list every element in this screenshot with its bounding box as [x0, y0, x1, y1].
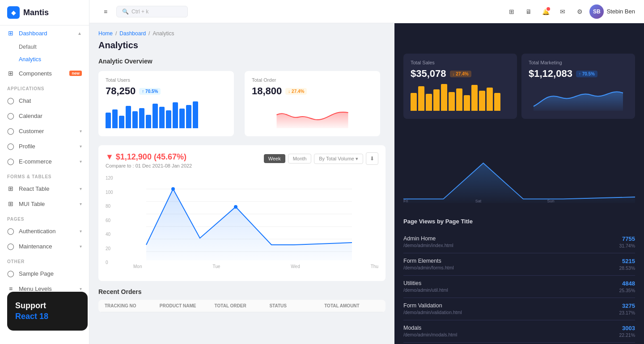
bar [179, 109, 185, 128]
sidebar-sub-analytics[interactable]: Analytics [0, 53, 89, 66]
metric-value-marketing: $1,12,083 [529, 68, 572, 80]
content-left: Home / Dashboard / Analytics Analytics A… [89, 23, 394, 344]
content-area: Home / Dashboard / Analytics Analytics A… [89, 23, 644, 344]
order-area-chart [252, 101, 373, 128]
metric-label-order: Total Order [252, 77, 373, 83]
chevron-down-icon: ▾ [80, 244, 82, 249]
breadcrumb-home[interactable]: Home [98, 30, 113, 37]
topbar-right: ⊞ 🖥 🔔 ✉ ⚙ SB Stebin Ben [504, 4, 635, 19]
sidebar-item-mui-table[interactable]: ⊞ MUI Table ▾ [0, 196, 89, 211]
bar [494, 93, 500, 111]
bar [418, 86, 424, 111]
chevron-down-icon: ▾ [80, 144, 82, 149]
chart-y-labels: 120 100 80 60 40 20 0 [106, 176, 119, 265]
monitor-button[interactable]: 🖥 [521, 4, 536, 19]
maintenance-icon: ◯ [7, 243, 14, 250]
content-right: Total Sales $35,078 ↓ 27.4% [394, 23, 644, 344]
sidebar-item-ecommerce[interactable]: ◯ E-commerce ▾ [0, 154, 89, 169]
sample-icon: ◯ [7, 270, 14, 277]
page-views-list: Admin Home /demo/admin/index.html 7755 3… [403, 231, 635, 343]
settings-button[interactable]: ⚙ [572, 4, 587, 19]
metric-card-total-order: Total Order 18,800 ↓ 27.4% [245, 71, 380, 136]
bar [126, 106, 131, 128]
income-chart-container: 120 100 80 60 40 20 0 [106, 176, 378, 274]
profile-icon: ◯ [7, 143, 14, 150]
list-item: Admin Home /demo/admin/index.html 7755 3… [403, 231, 635, 253]
bar [487, 88, 493, 111]
react-table-icon: ⊞ [7, 185, 14, 192]
bar [441, 84, 447, 111]
chevron-up-icon: ▲ [77, 31, 82, 36]
page-title: Analytics [98, 40, 386, 50]
logo-icon: ◆ [7, 6, 20, 19]
bar [173, 102, 178, 128]
month-button[interactable]: Month [288, 154, 312, 164]
metric-card-total-marketing: Total Marketing $1,12,083 ↑ 70.5% [521, 54, 635, 119]
col-product: PRODUCT NAME [160, 303, 215, 308]
metric-card-total-users: Total Users 78,250 ↑ 70.5% [98, 71, 234, 136]
sidebar-item-react-table[interactable]: ⊞ React Table ▾ [0, 181, 89, 196]
orders-table-header: TRACKING NO PRODUCT NAME TOTAL ORDER STA… [98, 300, 386, 312]
bar [153, 104, 158, 128]
dark-income-chart-section: Fri Sat Sun [403, 127, 635, 209]
notification-button[interactable]: 🔔 [538, 4, 553, 19]
sidebar-item-components[interactable]: ⊞ Components new [0, 66, 89, 81]
sidebar-item-customer[interactable]: ◯ Customer ▾ [0, 123, 89, 138]
username: Stebin Ben [606, 8, 635, 15]
metric-value-users: 78,250 [106, 85, 136, 97]
bar [146, 115, 151, 128]
sidebar-item-sample[interactable]: ◯ Sample Page [0, 266, 89, 281]
bar [411, 93, 417, 111]
menu-toggle-button[interactable]: ≡ [98, 4, 113, 19]
col-tracking: TRACKING NO [105, 303, 160, 308]
mail-button[interactable]: ✉ [555, 4, 570, 19]
topbar: ≡ 🔍 Ctrl + k ⊞ 🖥 🔔 ✉ ⚙ SB Stebin Ben [89, 0, 644, 23]
bar [186, 105, 191, 128]
dashboard-icon: ⊞ [7, 29, 14, 37]
chevron-down-icon: ▾ [80, 186, 82, 191]
bar [112, 109, 118, 128]
avatar[interactable]: SB [589, 4, 604, 19]
pages-section-label: Pages [0, 211, 89, 223]
forms-section-label: Forms & Tables [0, 169, 89, 181]
sidebar-item-authentication[interactable]: ◯ Authentication ▾ [0, 223, 89, 239]
download-button[interactable]: ⬇ [366, 152, 378, 165]
sidebar-item-maintenance[interactable]: ◯ Maintenance ▾ [0, 239, 89, 254]
metric-value-row-sales: $35,078 ↓ 27.4% [411, 68, 510, 80]
analytic-overview-title: Analytic Overview [98, 58, 386, 65]
volume-button[interactable]: By Total Volume ▾ [314, 154, 363, 164]
metric-label-users: Total Users [106, 77, 227, 83]
chevron-down-icon: ▾ [80, 129, 82, 134]
ecommerce-icon: ◯ [7, 158, 14, 165]
sidebar-item-dashboard[interactable]: ⊞ Dashboard ▲ [0, 25, 89, 41]
metric-value-row-users: 78,250 ↑ 70.5% [106, 85, 227, 97]
bar [456, 88, 462, 111]
search-icon: 🔍 [122, 8, 129, 15]
sidebar-item-chat[interactable]: ◯ Chat [0, 93, 89, 108]
apps-button[interactable]: ⊞ [504, 4, 519, 19]
svg-text:Sat: Sat [475, 199, 482, 203]
sidebar-item-profile[interactable]: ◯ Profile ▾ [0, 138, 89, 154]
chevron-down-icon: ▾ [80, 229, 82, 234]
bar [132, 111, 138, 128]
customer-icon: ◯ [7, 127, 14, 134]
week-button[interactable]: Week [264, 154, 285, 163]
list-item: Modals /demo/admin/modals.html 3003 22.2… [403, 320, 635, 343]
sidebar-sub-default[interactable]: Default [0, 41, 89, 53]
topbar-search[interactable]: 🔍 Ctrl + k [116, 6, 188, 17]
popup-text-react18: React 18 [15, 311, 80, 322]
sidebar-logo: ◆ Mantis [0, 0, 89, 25]
metric-badge-users: ↑ 70.5% [139, 88, 161, 95]
breadcrumb-dashboard[interactable]: Dashboard [119, 30, 146, 37]
components-icon: ⊞ [7, 70, 14, 77]
support-react18-popup[interactable]: Support React 18 [7, 292, 88, 331]
col-total-order: TOTAL ORDER [215, 303, 270, 308]
col-status: STATUS [269, 303, 324, 308]
metric-badge-marketing: ↑ 70.5% [576, 71, 597, 77]
sidebar-item-calendar[interactable]: ◯ Calendar [0, 108, 89, 123]
bar [139, 108, 144, 128]
breadcrumb: Home / Dashboard / Analytics [98, 30, 386, 37]
marketing-area-chart [529, 84, 628, 111]
bar [433, 89, 440, 111]
metric-value-row-marketing: $1,12,083 ↑ 70.5% [529, 68, 628, 80]
